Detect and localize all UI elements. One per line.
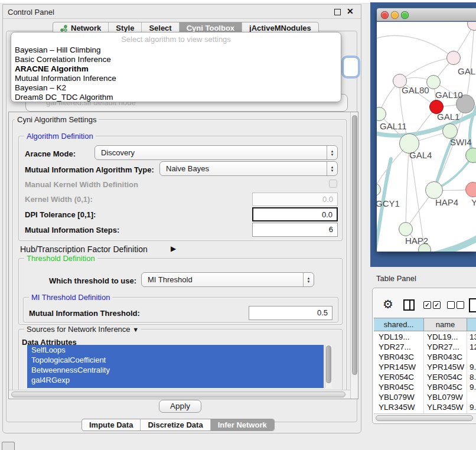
attribute-list-scrollbar[interactable] [325, 345, 332, 388]
node-label: HAP4 [435, 197, 458, 207]
cell-shared-name: YLR345W [379, 403, 415, 412]
control-panel-titlebar: Control Panel ✕ [3, 5, 361, 19]
cell-value: 13 [470, 332, 476, 341]
settings-vertical-scrollbar[interactable] [350, 112, 358, 399]
node-gal-partial[interactable] [446, 51, 461, 65]
close-icon[interactable]: ✕ [347, 6, 354, 16]
stepper-icon: ▲▼ [327, 146, 337, 159]
sources-title: Sources for Network Inference ▼ [24, 325, 141, 334]
settings-horizontal-scrollbar[interactable] [9, 390, 350, 399]
algorithm-option[interactable]: Bayesian – K2 [14, 83, 338, 93]
node-label: GAL80 [402, 85, 429, 95]
sources-title-text: Sources for Network Inference [27, 325, 131, 334]
float-window-icon[interactable] [334, 9, 341, 15]
node-label: GAL10 [435, 90, 463, 100]
table-row[interactable]: YBR045CYBR045C9. [374, 382, 476, 392]
data-attributes-list[interactable]: SelfLoops TopologicalCoefficient Between… [27, 345, 324, 388]
network-icon [60, 25, 67, 32]
mi-type-value: Naive Bayes [166, 164, 209, 173]
collapse-right-arrow-icon[interactable]: ▶ [171, 244, 176, 253]
gear-icon[interactable]: ⚙ [383, 297, 393, 311]
table-row[interactable]: YLR345WYLR345W9. [374, 402, 476, 412]
cell-shared-name: YBL079W [379, 393, 415, 402]
table-horizontal-scrollbar[interactable] [374, 413, 476, 422]
cell-name: YDR27... [427, 343, 459, 351]
unchecked-checkbox-icon[interactable] [457, 301, 464, 309]
column-header-name[interactable]: name [424, 318, 467, 331]
aracne-mode-combobox[interactable]: Discovery ▲▼ [94, 145, 338, 160]
tab-infer-network[interactable]: Infer Network [211, 419, 274, 431]
table-row[interactable]: YER054CYER054C8. [374, 372, 476, 382]
checked-checkbox-icon[interactable]: ✓ [423, 301, 431, 309]
hub-section-label[interactable]: Hub/Transcription Factor Definition [20, 244, 148, 254]
expand-down-arrow-icon[interactable]: ▼ [132, 326, 139, 333]
node-hap4[interactable] [425, 181, 443, 199]
algorithm-dropdown: Select algorithm to view settings Bayesi… [11, 32, 341, 102]
algorithm-option[interactable]: Basic Correlation Inference [14, 55, 338, 64]
kernel-width-field[interactable]: 0.0 [252, 193, 338, 206]
algorithm-option-selected[interactable]: ARACNE Algorithm [14, 64, 338, 74]
threshold-definition-title: Threshold Definition [24, 254, 97, 263]
attribute-item[interactable]: BetweennessCentrality [27, 365, 324, 375]
table-panel: ⚙ ✓ ✓ shared... name A YDL19...YDL19...1… [372, 288, 476, 424]
algorithm-option[interactable]: Mutual Information Inference [14, 74, 338, 83]
table-row[interactable]: YBR043CYBR043C [374, 352, 476, 362]
table-row[interactable]: YDL19...YDL19...13 [374, 332, 476, 342]
attribute-item[interactable]: gal4RGexp [27, 375, 324, 385]
node-label: HAP2 [405, 236, 428, 246]
which-threshold-combobox[interactable]: MI Threshold ▲▼ [141, 272, 314, 287]
minimize-traffic-light[interactable] [391, 11, 399, 19]
cell-value: 9. [470, 363, 476, 371]
table-panel-title: Table Panel [376, 274, 416, 283]
unchecked-checkbox-icon[interactable] [447, 301, 455, 309]
algorithm-definition-title: Algorithm Definition [24, 132, 96, 141]
column-header-shared-name[interactable]: shared... [374, 318, 424, 331]
which-threshold-value: MI Threshold [148, 275, 193, 284]
tab-impute-data[interactable]: Impute Data [82, 419, 141, 431]
apply-button[interactable]: Apply [159, 400, 201, 413]
tab-style-label: Style [116, 24, 134, 32]
node-label: GCY1 [377, 198, 400, 208]
node-label: Y [471, 197, 476, 207]
algorithm-option[interactable]: Bayesian – Hill Climbing [14, 45, 338, 55]
cell-value: 9. [470, 383, 476, 392]
network-window-titlebar[interactable] [377, 8, 476, 21]
column-header-partial[interactable]: A [467, 318, 476, 331]
algorithm-option[interactable]: Dream8 DC_TDC Algorithm [14, 93, 338, 102]
tab-impute-data-label: Impute Data [89, 420, 133, 429]
kernel-width-label: Kernel Width (0,1): [25, 195, 93, 204]
columns-icon[interactable] [403, 299, 415, 311]
cell-shared-name: YPR145W [379, 363, 416, 371]
attribute-item[interactable]: TopologicalCoefficient [27, 355, 324, 365]
tab-discretize-data[interactable]: Discretize Data [141, 419, 210, 431]
close-traffic-light[interactable] [381, 11, 389, 19]
zoom-traffic-light[interactable] [401, 11, 409, 19]
table-row[interactable]: YBL079WYBL079W [374, 392, 476, 402]
cell-shared-name: YER054C [379, 373, 414, 381]
node-hap2[interactable] [399, 222, 413, 236]
manual-kernel-label: Manual Kernel Width Definition [25, 180, 138, 189]
mi-type-combobox[interactable]: Naive Bayes ▲▼ [159, 161, 338, 176]
cell-name: YPR145W [427, 363, 464, 371]
panel-corner-button[interactable] [2, 442, 15, 450]
cell-name: YLR345W [427, 403, 464, 412]
table-row[interactable]: YDR27...YDR27...12 [374, 342, 476, 352]
stepper-icon: ▲▼ [327, 162, 337, 175]
document-icon[interactable] [469, 298, 476, 312]
mi-steps-field[interactable]: 6 [252, 223, 338, 237]
aracne-mode-value: Discovery [101, 148, 135, 157]
attribute-item[interactable]: SelfLoops [27, 345, 324, 355]
mi-threshold-field[interactable]: 0.5 [249, 306, 332, 320]
network-canvas[interactable]: GAL GAL80 GAL10 GAL1 GAL11 SWI4 GAL4 GCY… [377, 22, 476, 252]
manual-kernel-checkbox[interactable] [329, 180, 337, 188]
table-row[interactable]: YPR145WYPR145W9. [374, 362, 476, 372]
focused-button[interactable] [343, 57, 358, 77]
cell-name: YDL19... [427, 332, 458, 341]
cell-value: 12 [470, 343, 476, 351]
control-panel-window: Control Panel ✕ Network Style [2, 4, 361, 433]
dpi-tolerance-field[interactable]: 0.0 [252, 207, 338, 221]
checked-checkbox-icon[interactable]: ✓ [433, 301, 441, 309]
desktop-background: GAL GAL80 GAL10 GAL1 GAL11 SWI4 GAL4 GCY… [370, 2, 476, 267]
node-label: SWI4 [450, 137, 472, 147]
node-table: shared... name A YDL19...YDL19...13 YDR2… [374, 318, 476, 417]
